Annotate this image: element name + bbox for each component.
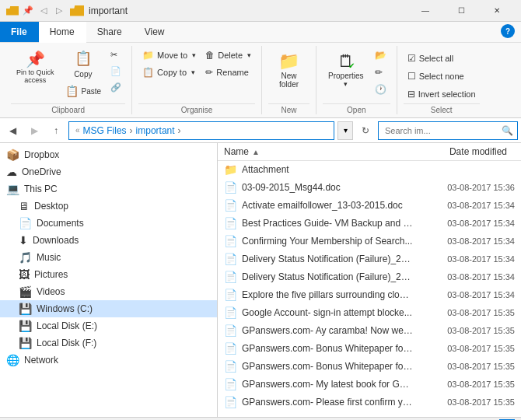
select-none-button[interactable]: ☐ Select none xyxy=(404,68,480,84)
delete-label: Delete xyxy=(218,51,243,60)
sidebar-label-pictures: Pictures xyxy=(34,269,68,280)
quick-access-icon[interactable]: 📌 xyxy=(22,5,34,17)
open-button[interactable]: 📂 xyxy=(371,47,390,63)
sidebar-item-local-f[interactable]: 💾Local Disk (F:) xyxy=(0,334,217,352)
cut-icon: ✂ xyxy=(110,50,117,60)
path-sep-2: › xyxy=(178,125,181,136)
file-date-google: 03-08-2017 15:35 xyxy=(414,308,515,317)
arrow-right-icon[interactable]: ▷ xyxy=(53,5,65,17)
ribbon-group-new: 📁 New folder New xyxy=(262,46,316,114)
file-item-explore[interactable]: 📄 Explore the five pillars surrounding c… xyxy=(218,286,521,304)
file-item-gpanswers5[interactable]: 📄 GPanswers.com- Please first confirm yo… xyxy=(218,394,521,411)
up-button[interactable]: ↑ xyxy=(47,121,65,140)
system-menu-icon[interactable] xyxy=(6,5,19,17)
sidebar-item-this-pc[interactable]: 💻This PC xyxy=(0,180,217,198)
new-folder-button[interactable]: 📁 New folder xyxy=(272,47,306,93)
copy-label: Copy xyxy=(74,70,92,79)
address-dropdown-button[interactable]: ▾ xyxy=(337,121,353,140)
title-bar-icons: 📌 ◁ ▷ important xyxy=(6,5,128,17)
sidebar-label-network: Network xyxy=(24,355,58,366)
properties-button[interactable]: 🗒 ✔ Properties ▾ xyxy=(323,47,369,92)
clipboard-buttons: 📌 Pin to Quick access 📋 Copy 📋 Paste xyxy=(11,47,125,103)
address-path[interactable]: « MSG Files › important › xyxy=(68,121,334,140)
sidebar-item-onedrive[interactable]: ☁OneDrive xyxy=(0,163,217,180)
tab-share[interactable]: Share xyxy=(86,22,134,42)
path-msgfiles[interactable]: MSG Files xyxy=(83,125,127,136)
sidebar-item-downloads[interactable]: ⬇Downloads xyxy=(0,232,217,249)
file-item-msg44[interactable]: 📄 03-09-2015_Msg44.doc 03-08-2017 15:36 xyxy=(218,179,521,197)
file-item-bestpractices[interactable]: 📄 Best Practices Guide- VM Backup and Re… xyxy=(218,215,521,233)
file-item-activate[interactable]: 📄 Activate emailfollower_13-03-2015.doc … xyxy=(218,197,521,215)
properties-label: Properties xyxy=(328,72,364,80)
refresh-button[interactable]: ↻ xyxy=(356,121,375,140)
search-input[interactable] xyxy=(378,121,518,140)
col-modified-header[interactable]: Date modified xyxy=(406,146,507,157)
minimize-button[interactable]: — xyxy=(407,0,443,22)
moveto-button[interactable]: 📁 Move to ▾ xyxy=(138,47,200,63)
help-button[interactable]: ? xyxy=(501,24,515,38)
open-label: Open xyxy=(323,103,390,114)
edit-icon: ✏ xyxy=(375,67,383,78)
pin-icon[interactable]: ◁ xyxy=(37,5,50,17)
path-important[interactable]: important xyxy=(136,125,175,136)
sidebar-label-local-f: Local Disk (F:) xyxy=(37,338,96,348)
new-folder-icon: 📁 xyxy=(278,51,299,72)
sidebar-item-videos[interactable]: 🎬Videos xyxy=(0,283,217,300)
rename-label: Rename xyxy=(216,68,249,77)
file-list-container: Name ▲ Date modified 📁 Attachment 📄 03-0… xyxy=(218,143,521,417)
maximize-button[interactable]: ☐ xyxy=(443,0,479,22)
copyto-arrow: ▾ xyxy=(191,68,195,76)
sidebar-item-network[interactable]: 🌐Network xyxy=(0,352,217,369)
copy-button[interactable]: 📋 Copy xyxy=(61,47,106,81)
sidebar-item-music[interactable]: 🎵Music xyxy=(0,249,217,266)
tab-home[interactable]: Home xyxy=(39,22,86,43)
sidebar-item-pictures[interactable]: 🖼Pictures xyxy=(0,266,217,283)
invert-selection-button[interactable]: ⊟ Invert selection xyxy=(404,86,480,102)
file-name-gpanswers3: GPanswers.com- Bonus Whitepaper for S... xyxy=(242,361,414,372)
cut-button[interactable]: ✂ xyxy=(107,47,125,62)
sidebar-icon-onedrive: ☁ xyxy=(6,166,17,178)
copyto-icon: 📋 xyxy=(142,67,154,78)
sidebar-icon-windows-c: 💾 xyxy=(19,303,32,315)
sidebar-item-desktop[interactable]: 🖥Desktop xyxy=(0,198,217,215)
sidebar-item-windows-c[interactable]: 💾Windows (C:) xyxy=(0,300,217,317)
sidebar-item-local-e[interactable]: 💾Local Disk (E:) xyxy=(0,317,217,334)
select-all-button[interactable]: ☑ Select all xyxy=(404,51,480,66)
file-item-delivery2[interactable]: 📄 Delivery Status Notification (Failure)… xyxy=(218,268,521,286)
col-modified-label: Date modified xyxy=(449,146,507,157)
copyto-button[interactable]: 📋 Copy to ▾ xyxy=(138,65,200,80)
sidebar-icon-pictures: 🖼 xyxy=(19,268,30,281)
search-icon: 🔍 xyxy=(502,125,513,136)
sidebar-label-windows-c: Windows (C:) xyxy=(37,303,93,314)
copy-icon: 📋 xyxy=(75,50,92,67)
sidebar-icon-music: 🎵 xyxy=(19,251,32,264)
tab-file[interactable]: File xyxy=(0,22,39,42)
file-item-gpanswers2[interactable]: 📄 GPanswers.com- Bonus Whitepaper for S.… xyxy=(218,340,521,358)
file-item-gpanswers1[interactable]: 📄 GPanswers.com- Ay caramba! Now we h...… xyxy=(218,322,521,340)
file-date-confirming: 03-08-2017 15:34 xyxy=(414,236,515,246)
pin-quickaccess-button[interactable]: 📌 Pin to Quick access xyxy=(11,47,60,88)
file-item-google[interactable]: 📄 Google Account- sign-in attempt blocke… xyxy=(218,304,521,322)
edit-button[interactable]: ✏ xyxy=(371,65,390,80)
file-item-attachment[interactable]: 📁 Attachment xyxy=(218,161,521,179)
file-item-delivery1[interactable]: 📄 Delivery Status Notification (Failure)… xyxy=(218,250,521,268)
tab-view[interactable]: View xyxy=(134,22,177,42)
file-item-confirming[interactable]: 📄 Confirming Your Membership of Search..… xyxy=(218,233,521,250)
paste-button[interactable]: 📋 Paste xyxy=(61,82,106,100)
col-name-header[interactable]: Name ▲ xyxy=(224,146,406,157)
copy-path-icon: 📄 xyxy=(110,66,121,76)
file-item-gpanswers3[interactable]: 📄 GPanswers.com- Bonus Whitepaper for S.… xyxy=(218,358,521,376)
sidebar-item-dropbox[interactable]: 📦Dropbox xyxy=(0,146,217,163)
sidebar-icon-network: 🌐 xyxy=(6,354,19,366)
forward-button[interactable]: ▶ xyxy=(25,121,44,140)
file-item-gpanswers4[interactable]: 📄 GPanswers.com- My latest book for GP a… xyxy=(218,376,521,394)
folder-icon xyxy=(70,5,84,16)
history-button[interactable]: 🕐 xyxy=(371,82,390,97)
shortcut-button[interactable]: 🔗 xyxy=(107,80,125,95)
copy-path-button[interactable]: 📄 xyxy=(107,64,125,79)
sidebar-item-documents[interactable]: 📄Documents xyxy=(0,215,217,232)
back-button[interactable]: ◀ xyxy=(3,121,22,140)
delete-button[interactable]: 🗑 Delete ▾ xyxy=(201,47,255,63)
close-button[interactable]: ✕ xyxy=(479,0,515,22)
rename-button[interactable]: ✏ Rename xyxy=(201,65,255,80)
